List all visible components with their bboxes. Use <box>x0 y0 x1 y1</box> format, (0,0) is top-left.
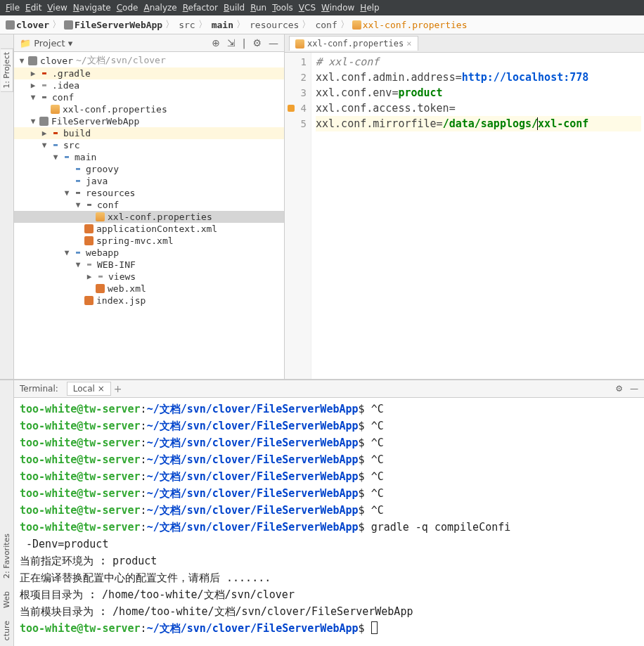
menu-run[interactable]: Run <box>250 3 266 13</box>
tree-arrow-icon[interactable]: ▼ <box>30 93 37 102</box>
breadcrumbs[interactable]: clover〉FileServerWebApp〉src〉main〉resourc… <box>0 15 644 34</box>
menu-tools[interactable]: Tools <box>272 3 293 13</box>
editor-tabs[interactable]: xxl-conf.properties × <box>285 34 644 53</box>
folder-blue-icon: ▬ <box>73 164 83 174</box>
breadcrumb-xxl-conf.properties[interactable]: xxl-conf.properties <box>352 20 468 30</box>
tree-item-WEB-INF[interactable]: ▼▬WEB-INF <box>14 259 284 271</box>
menu-refactor[interactable]: Refactor <box>183 3 218 13</box>
tree-item-FileServerWebApp[interactable]: ▼FileServerWebApp <box>14 115 284 127</box>
module-icon <box>39 117 49 126</box>
hide-icon[interactable]: — <box>269 37 278 49</box>
tree-arrow-icon[interactable]: ▼ <box>52 153 59 162</box>
menu-help[interactable]: Help <box>360 3 379 13</box>
breadcrumb-resources[interactable]: resources <box>248 20 299 30</box>
chevron-right-icon: 〉 <box>235 18 247 31</box>
menu-analyze[interactable]: Analyze <box>143 3 176 13</box>
tree-item-index.jsp[interactable]: index.jsp <box>14 295 284 306</box>
folder-icon: ▬ <box>84 200 94 210</box>
tree-arrow-icon[interactable]: ▶ <box>41 129 48 138</box>
terminal-add-button[interactable]: + <box>114 383 122 394</box>
left-tab-project[interactable]: 1: Project <box>1 49 13 92</box>
menubar: FileEditViewNavigateCodeAnalyzeRefactorB… <box>0 0 644 15</box>
breadcrumb-main[interactable]: main <box>210 20 233 30</box>
gear-icon[interactable]: ⚙ <box>615 384 623 394</box>
menu-code[interactable]: Code <box>117 3 139 13</box>
tree-item-spring-mvc.xml[interactable]: spring-mvc.xml <box>14 235 284 247</box>
tree-arrow-icon[interactable]: ▶ <box>30 81 37 90</box>
module-icon <box>6 20 15 30</box>
hide-icon[interactable]: — <box>630 384 638 394</box>
tree-item-views[interactable]: ▶▬views <box>14 271 284 283</box>
tree-item-.gradle[interactable]: ▶▬.gradle <box>14 67 284 79</box>
chevron-right-icon: 〉 <box>197 18 209 31</box>
gear-icon[interactable]: ⚙ <box>252 37 262 49</box>
menu-build[interactable]: Build <box>224 3 245 13</box>
breadcrumb-FileServerWebApp[interactable]: FileServerWebApp <box>64 20 162 30</box>
tree-arrow-icon[interactable]: ▼ <box>41 141 48 150</box>
tree-item-.idea[interactable]: ▶▬.idea <box>14 79 284 91</box>
folder-blue-icon: ▬ <box>51 141 60 150</box>
breadcrumb-src[interactable]: src <box>177 20 195 30</box>
terminal-tab[interactable]: Local × <box>67 382 111 396</box>
xml-icon <box>84 236 94 245</box>
tree-item-xxl-conf.properties[interactable]: xxl-conf.properties <box>14 103 284 115</box>
tree-item-conf[interactable]: ▼▬conf <box>14 199 284 211</box>
tree-arrow-icon[interactable]: ▼ <box>75 260 82 269</box>
folder-red-icon: ▬ <box>39 69 49 79</box>
menu-window[interactable]: Window <box>321 3 354 13</box>
tree-item-xxl-conf.properties[interactable]: xxl-conf.properties <box>14 211 284 223</box>
tree-arrow-icon[interactable]: ▶ <box>86 272 93 281</box>
editor-area: xxl-conf.properties × 12345 # xxl-confxx… <box>285 34 644 379</box>
menu-file[interactable]: File <box>6 3 20 13</box>
tree-arrow-icon[interactable]: ▼ <box>18 56 25 65</box>
folder-red-icon: ▬ <box>51 129 60 138</box>
folder-grey-icon: ▬ <box>96 272 105 282</box>
tab-favorites[interactable]: 2: Favorites <box>1 531 13 581</box>
editor-tab-active[interactable]: xxl-conf.properties × <box>289 36 418 51</box>
breadcrumb-conf[interactable]: conf <box>314 20 337 30</box>
menu-edit[interactable]: Edit <box>25 3 41 13</box>
project-title: 📁 Project ▾ <box>20 38 72 49</box>
line-gutter: 12345 <box>285 53 311 379</box>
project-tree[interactable]: ▼clover ~/文档/svn/clover▶▬.gradle▶▬.idea▼… <box>14 52 284 379</box>
tree-arrow-icon[interactable]: ▼ <box>30 117 37 126</box>
chevron-right-icon: 〉 <box>300 18 312 31</box>
tree-item-resources[interactable]: ▼▬resources <box>14 187 284 199</box>
terminal-content[interactable]: too-white@tw-server:~/文档/svn/clover/File… <box>14 398 644 646</box>
tree-item-clover[interactable]: ▼clover ~/文档/svn/clover <box>14 53 284 67</box>
tree-arrow-icon[interactable]: ▶ <box>30 69 37 78</box>
locate-icon[interactable]: ⊕ <box>212 37 220 49</box>
tree-arrow-icon[interactable]: ▼ <box>75 200 82 209</box>
tab-structure[interactable]: cture <box>1 618 13 643</box>
tab-label: xxl-conf.properties <box>307 39 404 49</box>
tree-item-applicationContext.xml[interactable]: applicationContext.xml <box>14 223 284 235</box>
terminal-label: Terminal: <box>20 384 58 394</box>
menu-vcs[interactable]: VCS <box>299 3 316 13</box>
tree-item-java[interactable]: ▬java <box>14 175 284 187</box>
tree-item-groovy[interactable]: ▬groovy <box>14 163 284 175</box>
tree-item-build[interactable]: ▶▬build <box>14 127 284 139</box>
tree-item-conf[interactable]: ▼▬conf <box>14 91 284 103</box>
tree-item-web.xml[interactable]: web.xml <box>14 283 284 295</box>
tree-arrow-icon[interactable]: ▼ <box>63 188 70 198</box>
breadcrumb-clover[interactable]: clover <box>6 20 49 30</box>
file-icon <box>295 39 304 49</box>
collapse-icon[interactable]: ⇲ <box>227 37 236 49</box>
tree-item-main[interactable]: ▼▬main <box>14 151 284 163</box>
menu-view[interactable]: View <box>47 3 67 13</box>
inspection-hint-icon[interactable] <box>288 105 295 112</box>
tree-item-webapp[interactable]: ▼▬webapp <box>14 247 284 259</box>
folder-grey-icon: ▬ <box>84 260 94 270</box>
tab-web[interactable]: Web <box>1 588 13 611</box>
xml-icon <box>84 296 94 305</box>
tree-arrow-icon[interactable]: ▼ <box>63 248 70 257</box>
folder-blue-icon: ▬ <box>62 153 72 162</box>
menu-navigate[interactable]: Navigate <box>73 3 111 13</box>
folder-icon: ▬ <box>39 93 49 103</box>
tree-item-src[interactable]: ▼▬src <box>14 139 284 151</box>
code-area[interactable]: # xxl-confxxl.conf.admin.address=http://… <box>311 53 644 379</box>
folder-blue-icon: ▬ <box>73 248 83 258</box>
folder-grey-icon: ▬ <box>39 81 49 91</box>
prop-icon <box>352 20 361 30</box>
close-icon[interactable]: × <box>406 39 411 49</box>
